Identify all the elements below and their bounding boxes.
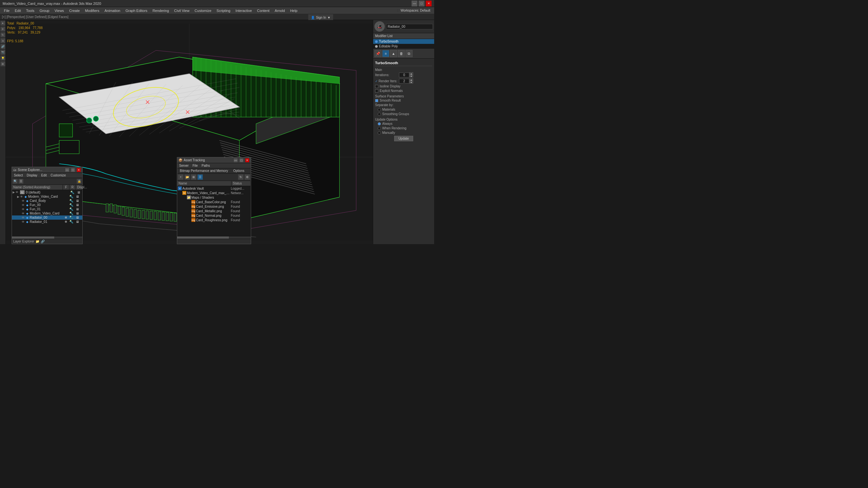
ptool-copy-icon[interactable]: ⧉ bbox=[405, 50, 412, 57]
list-item[interactable]: 👁 ◆ Radiator_00 ❄ 🔦 🖥 bbox=[12, 216, 82, 220]
menu-customize[interactable]: Customize bbox=[192, 8, 214, 13]
close-button[interactable]: ✕ bbox=[426, 1, 432, 6]
ptool-delete-icon[interactable]: 🗑 bbox=[398, 50, 405, 57]
ts-explicit-normals-checkbox[interactable] bbox=[375, 89, 378, 93]
minimize-button[interactable]: — bbox=[411, 1, 417, 6]
at-btn-folder[interactable]: 📂 bbox=[184, 174, 190, 180]
at-btn-list[interactable]: ☰ bbox=[197, 174, 203, 180]
ts-iterations-up[interactable]: ▲ bbox=[409, 72, 413, 75]
maximize-button[interactable]: □ bbox=[418, 1, 425, 6]
ptool-pin-icon[interactable]: 📌 bbox=[374, 50, 381, 57]
ts-always-radio[interactable] bbox=[378, 122, 381, 126]
menu-animation[interactable]: Animation bbox=[102, 8, 123, 13]
ts-update-button[interactable]: Update bbox=[394, 136, 413, 141]
at-scrollbar[interactable] bbox=[177, 236, 251, 239]
menu-edit[interactable]: Edit bbox=[12, 8, 24, 13]
at-menu-server[interactable]: Server bbox=[177, 163, 190, 168]
se-close-button[interactable]: ✕ bbox=[76, 168, 81, 172]
sidebar-link-icon[interactable]: 🔗 bbox=[0, 44, 5, 49]
at-btn-refresh[interactable]: ↻ bbox=[238, 174, 244, 180]
menu-file[interactable]: File bbox=[1, 8, 12, 13]
ts-render-iters-up[interactable]: ▲ bbox=[409, 78, 413, 81]
at-scrollbar-thumb[interactable] bbox=[177, 236, 229, 239]
ts-manually-radio[interactable] bbox=[378, 131, 381, 134]
list-item[interactable]: 👁 ◆ Radiator_01 ❄ 🔦 🖥 bbox=[12, 220, 82, 224]
sidebar-select-icon[interactable]: ✦ bbox=[0, 21, 5, 26]
se-footer-icon1[interactable]: 📁 bbox=[35, 240, 39, 243]
sidebar-camera-icon[interactable]: 📷 bbox=[0, 50, 5, 55]
at-close-button[interactable]: ✕ bbox=[245, 158, 250, 163]
se-menu-edit[interactable]: Edit bbox=[39, 173, 49, 178]
ts-isoline-checkbox[interactable] bbox=[375, 85, 378, 88]
object-name-input[interactable] bbox=[386, 24, 433, 29]
ts-when-rendering-radio[interactable] bbox=[378, 127, 381, 130]
menu-content[interactable]: Content bbox=[254, 8, 272, 13]
ts-smooth-result-checkbox[interactable] bbox=[375, 99, 378, 102]
menu-graph-editors[interactable]: Graph Editors bbox=[123, 8, 150, 13]
list-item[interactable]: M Modern_Video_Card_max_vray.max Networ.… bbox=[177, 191, 251, 195]
list-item[interactable]: 👁 ◆ Fun_01 🔦 🖥 bbox=[12, 207, 82, 211]
at-minimize-button[interactable]: — bbox=[234, 158, 238, 163]
list-item[interactable]: img Card_Metallic.png Found bbox=[177, 209, 251, 213]
menu-tools[interactable]: Tools bbox=[24, 8, 37, 13]
list-item[interactable]: img Card_Normal.png Found bbox=[177, 213, 251, 218]
se-menu-select[interactable]: Select bbox=[12, 173, 25, 178]
ts-render-iters-down[interactable]: ▼ bbox=[409, 81, 413, 84]
se-menu-display[interactable]: Display bbox=[25, 173, 39, 178]
menu-help[interactable]: Help bbox=[288, 8, 300, 13]
list-item[interactable]: img Card_BaseColor.png Found bbox=[177, 200, 251, 204]
modifier-item-editable-poly[interactable]: Editable Poly bbox=[373, 44, 434, 49]
at-restore-button[interactable]: □ bbox=[239, 158, 244, 163]
menu-views[interactable]: Views bbox=[52, 8, 66, 13]
modifier-item-turbosmooth[interactable]: TurboSmooth bbox=[373, 39, 434, 44]
menu-rendering[interactable]: Rendering bbox=[150, 8, 172, 13]
ts-smoothing-groups-radio[interactable] bbox=[378, 112, 381, 116]
list-item[interactable]: ▶ 👁 ◆ Modern_Video_Card 🔦 🖥 bbox=[12, 194, 82, 199]
list-item[interactable]: ▶ 👁 L 0 (default) 🔦 🖥 bbox=[12, 190, 82, 194]
se-scrollbar[interactable] bbox=[12, 236, 82, 239]
at-btn-add[interactable]: + bbox=[178, 174, 184, 180]
list-item[interactable]: img Card_Roughness.png Found bbox=[177, 218, 251, 222]
se-menu-customize[interactable]: Customize bbox=[49, 173, 68, 178]
ts-iterations-input[interactable] bbox=[399, 72, 409, 77]
menu-group[interactable]: Group bbox=[37, 8, 52, 13]
ts-iterations-spinner[interactable]: ▲ ▼ bbox=[399, 72, 413, 77]
ptool-move-up-icon[interactable]: ▲ bbox=[390, 50, 397, 57]
menu-interactive[interactable]: Interactive bbox=[233, 8, 255, 13]
sidebar-helper-icon[interactable]: ⊞ bbox=[0, 61, 5, 66]
menu-scripting[interactable]: Scripting bbox=[214, 8, 233, 13]
se-footer-icon2[interactable]: 🔗 bbox=[41, 240, 44, 243]
se-minimize-button[interactable]: — bbox=[65, 168, 69, 172]
list-item[interactable]: 👁 ◆ Card_Body 🔦 🖥 bbox=[12, 199, 82, 203]
ptool-stack-icon[interactable]: ≡ bbox=[382, 50, 389, 57]
se-restore-button[interactable]: □ bbox=[71, 168, 75, 172]
list-item[interactable]: img Card_Emissive.png Found bbox=[177, 204, 251, 209]
list-item[interactable]: 📁 Maps / Shaders bbox=[177, 195, 251, 200]
ts-render-iters-input[interactable] bbox=[399, 79, 409, 84]
viewport[interactable]: Total Radiator_00 Polys: 190,964 77,788 … bbox=[6, 20, 373, 244]
at-btn-settings[interactable]: ⚙ bbox=[244, 174, 250, 180]
se-filter-icon[interactable]: ☰ bbox=[19, 179, 24, 184]
ts-render-iters-spinner[interactable]: ▲ ▼ bbox=[399, 78, 413, 84]
at-sub-options[interactable]: Options bbox=[231, 168, 247, 173]
sidebar-move-icon[interactable]: ✛ bbox=[0, 27, 5, 32]
ts-materials-radio[interactable] bbox=[378, 108, 381, 111]
se-scrollbar-thumb[interactable] bbox=[12, 236, 54, 239]
sidebar-rotate-icon[interactable]: ↻ bbox=[0, 32, 5, 37]
at-menu-file[interactable]: File bbox=[190, 163, 199, 168]
ts-iterations-down[interactable]: ▼ bbox=[409, 75, 413, 77]
se-search-icon[interactable]: 🔍 bbox=[12, 179, 18, 184]
se-content[interactable]: ▶ 👁 L 0 (default) 🔦 🖥 ▶ 👁 ◆ Modern_Video… bbox=[12, 190, 82, 236]
at-btn-grid[interactable]: ⊞ bbox=[191, 174, 196, 180]
menu-create[interactable]: Create bbox=[66, 8, 82, 13]
at-sub-bitmap[interactable]: Bitmap Performance and Memory bbox=[177, 168, 231, 173]
sidebar-light-icon[interactable]: 💡 bbox=[0, 56, 5, 61]
menu-civil-view[interactable]: Civil View bbox=[172, 8, 192, 13]
sidebar-scale-icon[interactable]: ⇲ bbox=[0, 38, 5, 43]
list-item[interactable]: V Autodesk Vault Logged... bbox=[177, 186, 251, 191]
list-item[interactable]: 👁 ◆ Fun_00 🔦 🖥 bbox=[12, 203, 82, 207]
at-content[interactable]: V Autodesk Vault Logged... M Modern_Vide… bbox=[177, 186, 251, 236]
at-menu-paths[interactable]: Paths bbox=[200, 163, 212, 168]
menu-modifiers[interactable]: Modifiers bbox=[82, 8, 102, 13]
list-item[interactable]: 👁 ◆ Modern_Video_Card 🔦 🖥 bbox=[12, 211, 82, 216]
